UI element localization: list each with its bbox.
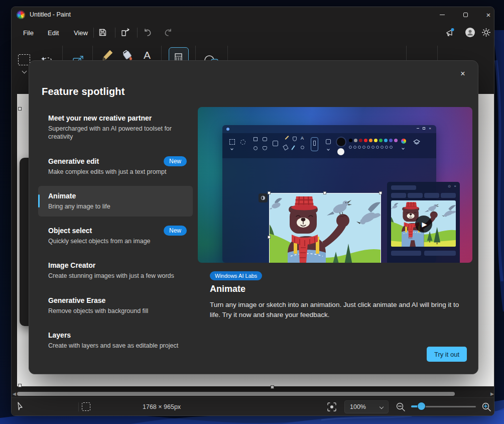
feature-subtitle: Make complex edits with just a text prom… — [48, 168, 183, 176]
menu-file[interactable]: File — [18, 27, 39, 39]
separator — [115, 28, 115, 38]
windows-ai-labs-badge: Windows AI Labs — [210, 271, 262, 280]
detail-heading: Animate — [210, 284, 245, 294]
horizontal-scrollbar[interactable]: ◀ ▶ — [12, 390, 494, 397]
undo-icon — [143, 29, 152, 37]
settings-button[interactable] — [479, 26, 493, 39]
save-icon — [98, 28, 107, 37]
animation-thumbnail: ▶ — [391, 200, 456, 247]
selected-accent-bar — [38, 194, 40, 207]
canvas-dimensions: 1768 × 965px — [143, 403, 181, 410]
selection-handle[interactable] — [18, 384, 22, 387]
bear-illustration — [270, 193, 381, 263]
undo-button[interactable] — [141, 26, 155, 39]
window-title: Untitled - Paint — [30, 11, 71, 18]
scrollbar-thumb[interactable] — [17, 392, 455, 396]
feature-item-object-select[interactable]: Object selectNewQuickly select objects f… — [38, 221, 193, 251]
select-dropdown-chevron-icon[interactable] — [22, 69, 27, 74]
text-tool-icon: A — [144, 49, 151, 61]
feature-title: Generative Erase — [48, 296, 183, 304]
mini-app-icon — [226, 128, 229, 131]
desktop: Untitled - Paint × File Edit View — [0, 0, 504, 424]
dialog-title: Feature spotlight — [42, 86, 125, 97]
feature-title: Layers — [48, 331, 183, 339]
feature-subtitle: Create with layers and save as editable … — [48, 342, 183, 350]
separator — [137, 28, 138, 38]
rectangle-select-icon — [18, 54, 30, 65]
feature-preview-image: × A — [198, 107, 472, 263]
account-button[interactable] — [463, 26, 477, 39]
close-icon: × — [486, 11, 491, 19]
zoom-in-button[interactable] — [481, 402, 491, 412]
mini-tool-chip — [259, 193, 268, 202]
rectangle-select-tool[interactable] — [18, 54, 30, 65]
feature-title: Image Creator — [48, 261, 183, 269]
megaphone-icon — [445, 28, 455, 37]
close-icon: × — [460, 69, 465, 78]
cursor-position-icon — [17, 402, 24, 411]
feature-item-generative-edit[interactable]: Generative editNewMake complex edits wit… — [38, 151, 193, 182]
feature-title: Generative edit — [48, 157, 183, 165]
share-icon — [121, 28, 130, 37]
detail-description: Turn any image or sketch into an animati… — [210, 300, 467, 321]
selection-handle[interactable] — [18, 107, 22, 111]
zoom-slider-thumb[interactable] — [418, 402, 425, 410]
feature-subtitle: Create stunning images with just a few w… — [48, 272, 183, 280]
minimize-button[interactable] — [431, 7, 453, 23]
feature-item-generative-erase[interactable]: Generative EraseRemove objects with back… — [38, 290, 193, 321]
zoom-level: 100% — [350, 403, 366, 410]
menu-edit[interactable]: Edit — [43, 27, 64, 39]
redo-icon — [164, 29, 173, 37]
try-it-out-button[interactable]: Try it out — [427, 347, 467, 362]
feature-list: Meet your new creative partnerSupercharg… — [38, 108, 193, 360]
feature-subtitle: Bring any image to life — [48, 202, 183, 210]
feature-title: Object select — [48, 227, 183, 235]
zoom-out-button[interactable] — [396, 402, 406, 412]
announcements-button[interactable] — [443, 26, 457, 39]
status-bar: 1768 × 965px 100% — [12, 397, 494, 416]
feature-title: Meet your new creative partner — [48, 114, 183, 122]
new-badge: New — [164, 226, 187, 236]
feature-item-animate[interactable]: AnimateBring any image to life — [38, 186, 193, 217]
maximize-button[interactable] — [454, 7, 476, 23]
feature-subtitle: Remove objects with background fill — [48, 307, 183, 315]
zoom-dropdown[interactable]: 100% — [344, 400, 389, 413]
mini-paint-window: × A — [222, 125, 436, 263]
feature-item-layers[interactable]: LayersCreate with layers and save as edi… — [38, 325, 193, 356]
play-button-icon: ▶ — [415, 216, 432, 233]
dialog-close-button[interactable]: × — [455, 66, 471, 81]
feature-title: Animate — [48, 192, 183, 200]
selection-size-icon — [82, 402, 90, 411]
title-bar: Untitled - Paint × — [12, 7, 494, 23]
gear-icon — [481, 28, 491, 37]
paint-app-icon — [17, 11, 25, 19]
redo-button[interactable] — [161, 26, 175, 39]
mini-side-panel: ⊙ × ▶ — [387, 182, 460, 263]
mini-layers-icon — [413, 139, 420, 146]
feature-subtitle: Supercharged with an AI powered toolset … — [48, 125, 183, 141]
fit-to-screen-icon[interactable] — [327, 402, 337, 412]
save-button[interactable] — [95, 26, 109, 39]
menu-bar: File Edit View — [12, 23, 494, 42]
scroll-left-icon[interactable]: ◀ — [13, 391, 16, 396]
mini-toolbar: A — [222, 133, 436, 158]
close-button[interactable]: × — [477, 7, 494, 23]
feature-spotlight-dialog: × Feature spotlight Meet your new creati… — [29, 60, 478, 374]
mini-primary-color — [337, 138, 345, 146]
mini-window-controls: × — [417, 127, 431, 130]
separator — [78, 402, 79, 411]
feature-subtitle: Quickly select objects from an image — [48, 237, 183, 245]
feature-item-image-creator[interactable]: Image CreatorCreate stunning images with… — [38, 255, 193, 286]
scroll-right-icon[interactable]: ▶ — [490, 391, 494, 396]
feature-item-meet-your-new-creative-partner[interactable]: Meet your new creative partnerSupercharg… — [38, 108, 193, 147]
menu-view[interactable]: View — [69, 27, 93, 39]
maximize-icon — [463, 13, 468, 17]
account-avatar-icon — [465, 27, 475, 38]
mini-secondary-color — [337, 148, 344, 155]
chevron-down-icon — [380, 405, 384, 409]
separator — [93, 28, 94, 38]
selection-handle[interactable] — [271, 385, 274, 389]
minimize-icon — [440, 15, 445, 15]
new-badge: New — [164, 156, 187, 166]
share-button[interactable] — [118, 26, 133, 39]
